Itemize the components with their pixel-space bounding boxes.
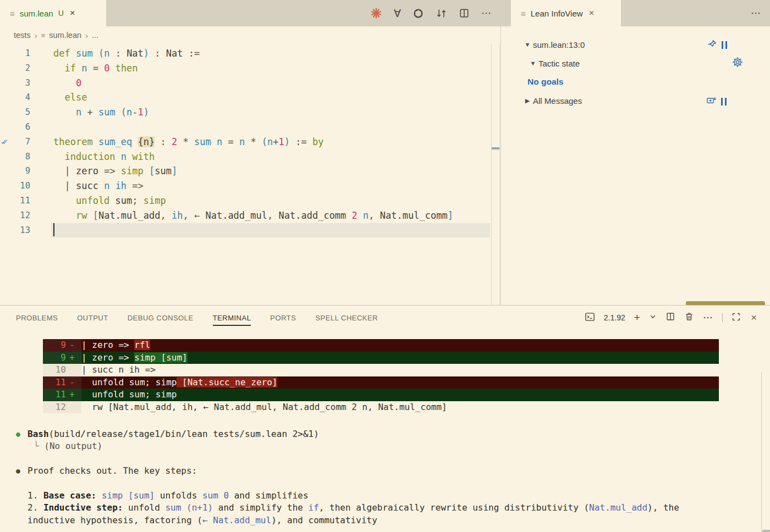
line-number[interactable]: 3 — [0, 76, 30, 91]
chevron-right-icon: › — [85, 31, 88, 40]
infoview-content: ▼ sum.lean:13:0 ▼ Tactic state — [501, 26, 770, 305]
terminal-line: ●Proof checks out. The key steps: — [28, 465, 770, 477]
code-line[interactable]: ✓✓7theorem sum_eq {n} : 2 * sum n = n * … — [0, 135, 491, 149]
tabstrip-left: ≡ sum.lean U × ∀ — [0, 0, 501, 26]
tabstrip-right: ≡ Lean InfoView × ⋯ — [501, 0, 770, 26]
code-line[interactable]: 2 if n = 0 then — [0, 61, 491, 76]
terminal-scrollbar[interactable] — [761, 372, 770, 532]
diff-row: 11- unfold sum; simp [Nat.succ_ne_zero] — [43, 376, 719, 389]
more-actions-icon[interactable]: ⋯ — [751, 7, 761, 19]
claude-starburst-icon[interactable] — [370, 7, 382, 19]
git-status-badge: U — [58, 9, 64, 18]
overview-ruler[interactable] — [491, 44, 500, 305]
code-line[interactable]: 13 — [0, 223, 491, 238]
code-line[interactable]: 4 else — [0, 90, 491, 105]
terminal-line: └ (No output) — [28, 440, 770, 452]
line-number[interactable]: 1 — [0, 46, 30, 61]
line-number[interactable]: 13 — [0, 223, 30, 238]
editor-group-infoview: ≡ Lean InfoView × ⋯ ▼ sum.lean:13:0 — [501, 0, 770, 305]
pause-updating-icon[interactable] — [721, 98, 727, 106]
code-line[interactable]: 9 | zero => simp [sum] — [0, 164, 491, 179]
infoview-position-header[interactable]: ▼ sum.lean:13:0 — [522, 38, 770, 51]
panel-tab-problems[interactable]: PROBLEMS — [16, 312, 58, 324]
more-actions-icon[interactable]: ⋯ — [703, 312, 713, 324]
terminal-version: 2.1.92 — [604, 313, 625, 322]
panel-tab-terminal[interactable]: TERMINAL — [213, 312, 251, 324]
breadcrumb-item-tests[interactable]: tests — [14, 31, 31, 40]
new-terminal-icon[interactable]: + — [634, 312, 640, 324]
code-line[interactable]: 12 rw [Nat.mul_add, ih, ← Nat.add_mul, N… — [0, 208, 491, 223]
line-number[interactable]: 2 — [0, 61, 30, 76]
panel-tab-output[interactable]: OUTPUT — [77, 312, 108, 324]
expand-triangle-icon[interactable]: ▶ — [522, 97, 533, 104]
code-line[interactable]: 1def sum (n : Nat) : Nat := — [0, 46, 491, 61]
bullet-icon: ● — [16, 428, 20, 440]
tactic-state-icons — [732, 57, 743, 70]
close-panel-icon[interactable]: × — [750, 312, 758, 324]
breadcrumb-item-file[interactable]: sum.lean — [49, 31, 81, 40]
position-label: sum.lean:13:0 — [533, 40, 585, 49]
terminal-line: 2. Inductive step: unfold sum (n+1) and … — [28, 502, 770, 514]
code-line[interactable]: 8 induction n with — [0, 149, 491, 164]
terminal-line: 1. Base case: simp [sum] unfolds sum 0 a… — [28, 490, 770, 502]
tactic-state-label: Tactic state — [538, 59, 580, 68]
close-tab-icon[interactable]: × — [69, 8, 76, 19]
close-tab-icon[interactable]: × — [588, 8, 596, 19]
line-number[interactable]: 8 — [0, 149, 30, 164]
all-messages-label: All Messages — [533, 96, 582, 106]
line-number[interactable]: 6 — [0, 120, 30, 135]
lean-forall-icon[interactable]: ∀ — [394, 8, 401, 19]
panel-tab-debug-console[interactable]: DEBUG CONSOLE — [128, 312, 194, 324]
terminal-line: inductive hypothesis, factoring (← Nat.a… — [28, 514, 770, 527]
panel-tabs: PROBLEMSOUTPUTDEBUG CONSOLETERMINALPORTS… — [16, 306, 378, 330]
compare-changes-icon[interactable] — [436, 8, 447, 19]
tab-lean-infoview[interactable]: ≡ Lean InfoView × — [511, 0, 621, 26]
file-icon: ≡ — [521, 9, 526, 18]
openai-icon[interactable] — [413, 8, 424, 19]
infoview-group-actions: ⋯ — [751, 0, 761, 26]
gear-icon[interactable] — [732, 57, 743, 70]
panel-toolbar: 2.1.92 + ⋯ — [585, 306, 758, 330]
editor-area: ≡ sum.lean U × ∀ — [0, 0, 770, 305]
kill-terminal-trash-icon[interactable] — [684, 312, 694, 324]
line-number[interactable]: 11 — [0, 193, 30, 208]
terminal-profile-icon — [585, 312, 595, 324]
split-editor-icon[interactable] — [459, 8, 470, 19]
diff-row: 11+ unfold sum; simp — [43, 389, 719, 401]
pause-updating-icon[interactable] — [722, 41, 727, 49]
maximize-panel-icon[interactable] — [732, 312, 741, 324]
blank-line — [28, 478, 770, 490]
diff-block: 9-| zero => rfl9+| zero => simp [sum]10|… — [43, 339, 719, 413]
panel-tab-spell-checker[interactable]: SPELL CHECKER — [315, 312, 378, 324]
line-number[interactable]: 10 — [0, 179, 30, 193]
code-line[interactable]: 3 0 — [0, 76, 491, 91]
editor-actions: ∀ — [370, 0, 492, 26]
all-messages-header[interactable]: ▶ All Messages — [522, 95, 770, 107]
code-line[interactable]: 10 | succ n ih => — [0, 179, 491, 193]
code-editor[interactable]: 1def sum (n : Nat) : Nat :=2 if n = 0 th… — [0, 46, 491, 237]
code-line[interactable]: 6 — [0, 120, 491, 135]
split-terminal-icon[interactable] — [666, 312, 675, 324]
line-number[interactable]: 12 — [0, 208, 30, 223]
breadcrumb: tests › ≡ sum.lean › ... — [0, 26, 98, 44]
line-number[interactable]: 5 — [0, 105, 30, 120]
collapse-triangle-icon[interactable]: ▼ — [527, 60, 538, 66]
reveal-messages-icon[interactable] — [706, 95, 717, 108]
breadcrumb-item-symbol[interactable]: ... — [92, 31, 98, 40]
tab-sum-lean[interactable]: ≡ sum.lean U × — [0, 0, 106, 26]
pin-icon[interactable] — [707, 39, 717, 51]
diff-row: 9-| zero => rfl — [43, 339, 719, 352]
panel-tab-ports[interactable]: PORTS — [270, 312, 296, 324]
editor-group-code: ≡ sum.lean U × ∀ — [0, 0, 501, 305]
code-line[interactable]: 5 n + sum (n-1) — [0, 105, 491, 120]
line-number[interactable]: 4 — [0, 90, 30, 105]
more-actions-icon[interactable]: ⋯ — [481, 7, 492, 19]
scrollbar-thumb[interactable] — [762, 530, 770, 532]
line-number[interactable]: 9 — [0, 164, 30, 179]
panel-header: PROBLEMSOUTPUTDEBUG CONSOLETERMINALPORTS… — [0, 306, 770, 330]
file-icon: ≡ — [41, 31, 46, 40]
code-line[interactable]: 11 unfold sum; simp — [0, 193, 491, 208]
line-number[interactable]: 7 — [0, 135, 30, 149]
collapse-triangle-icon[interactable]: ▼ — [522, 41, 533, 48]
chevron-down-icon[interactable] — [649, 313, 657, 323]
